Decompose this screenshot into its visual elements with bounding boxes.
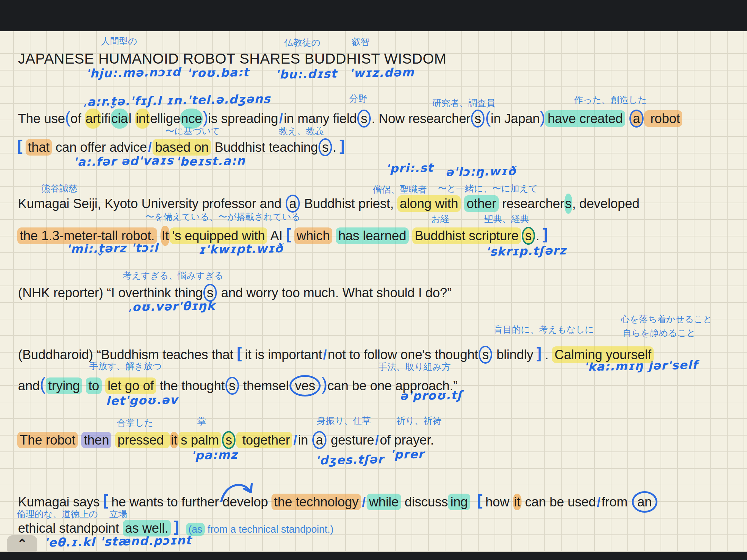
- text-segment: in Japan: [491, 111, 540, 126]
- japanese-gloss: 研究者、調査員: [432, 97, 495, 109]
- article-line-6: (Buddharoid) “Buddhism teaches that[it i…: [18, 344, 654, 363]
- article-line-8: The robot then pressed its palms togethe…: [17, 433, 434, 448]
- text-segment: ifi: [101, 111, 111, 126]
- text-segment: [78, 433, 81, 447]
- text-segment: discuss: [401, 495, 448, 509]
- text-segment: researcher: [499, 196, 564, 211]
- text-segment: [409, 228, 412, 243]
- inline-note: from a technical standpoint.): [205, 524, 333, 535]
- japanese-gloss: 教え、教義: [279, 125, 324, 137]
- slash-mark: /: [147, 140, 153, 155]
- text-segment: [332, 228, 336, 243]
- circle-annotation: a: [629, 110, 644, 128]
- article-line-4: the 1.3-meter-tall robot. It's equipped …: [17, 225, 551, 244]
- highlight-orange-segment: The robot: [17, 432, 78, 448]
- japanese-gloss: 掌: [197, 416, 206, 428]
- slash-mark: /: [374, 433, 380, 447]
- ipa-annotation: let'goʊ.əv: [106, 393, 178, 408]
- text-segment: (NHK reporter) “I overthink thing: [18, 286, 203, 300]
- japanese-gloss: 心を落ち着かせること: [621, 313, 712, 325]
- hand-paren-close: ): [540, 108, 545, 127]
- slash-mark: /: [596, 495, 601, 509]
- japanese-gloss: 作った、創造した: [574, 94, 647, 106]
- text-segment: [157, 228, 160, 243]
- circle-annotation: s: [203, 284, 217, 302]
- highlight-orange-segment: the 1.3-meter-tall robot.: [17, 227, 157, 244]
- japanese-gloss: 叡智: [352, 36, 370, 48]
- highlight-teal-segment: has learned: [336, 227, 408, 244]
- highlight-yellow-segment: along with: [397, 195, 461, 212]
- japanese-gloss: 盲目的に、考えもなしに: [494, 324, 594, 336]
- text-segment: .: [545, 347, 552, 362]
- highlight-yellow-segment: Calming yourself: [552, 346, 654, 363]
- inline-note-highlighted: (as: [186, 523, 205, 536]
- circle-annotation: s: [479, 346, 492, 364]
- highlight-orange-blob: it: [170, 432, 178, 448]
- japanese-gloss: 熊谷誠慈: [42, 183, 77, 195]
- text-segment: [82, 379, 86, 393]
- hand-paren-open: (: [40, 374, 46, 394]
- highlight-orange-segment: that: [26, 139, 52, 156]
- text-segment: ellige: [150, 111, 181, 126]
- highlight-teal-blob: nce: [180, 109, 203, 129]
- text-segment: [182, 521, 186, 535]
- highlight-teal-segment: trying: [46, 377, 82, 394]
- highlight-yellow-segment: pressed: [115, 432, 170, 448]
- hand-paren-open: (: [65, 108, 71, 127]
- highlight-yellow-segment: together: [236, 432, 292, 448]
- article-line-9: Kumagai says[he wants to further develop…: [18, 492, 658, 510]
- text-segment: can be one approach.”: [328, 379, 458, 393]
- circle-annotation-large: an: [632, 491, 657, 513]
- japanese-gloss: 合掌した: [117, 417, 153, 429]
- highlight-purple-segment: then: [81, 432, 111, 448]
- circle-annotation-large: ves: [289, 375, 321, 396]
- bracket-close-mark: ]: [540, 225, 551, 244]
- curved-arrow-annotation: [219, 479, 260, 504]
- japanese-gloss: 祈り、祈祷: [396, 415, 442, 427]
- ipa-annotation: 'skrɪp.tʃərz: [486, 243, 566, 259]
- bracket-open-mark: [: [233, 344, 245, 363]
- slash-mark: /: [278, 111, 284, 126]
- circle-annotation: a: [286, 195, 300, 213]
- text-segment: .: [536, 228, 539, 243]
- text-segment: Buddhist priest,: [301, 196, 397, 211]
- highlight-yellow-segment: 's equipped with: [170, 227, 267, 244]
- text-segment: not to follow one's thought: [328, 347, 478, 362]
- highlight-orange-blob: It: [160, 226, 170, 246]
- text-segment: can offer advice: [52, 140, 147, 155]
- japanese-gloss: 仏教徒の: [284, 37, 321, 49]
- circle-annotation: s: [357, 110, 371, 128]
- text-segment: , developed: [572, 196, 639, 211]
- japanese-gloss: 〜を備えている、〜が搭載されている: [145, 211, 301, 223]
- circle-annotation-green: s: [522, 227, 535, 245]
- highlight-yellow-segment: let go of: [105, 377, 156, 394]
- text-segment: how: [486, 495, 513, 509]
- text-segment: . Now researcher: [371, 111, 470, 126]
- text-segment: l: [129, 111, 135, 126]
- japanese-gloss: 聖典、経典: [484, 213, 529, 225]
- highlight-teal-segment: to: [86, 377, 101, 394]
- slash-mark: /: [322, 347, 328, 362]
- text-segment: (Buddharoid) “Buddhism teaches that: [18, 347, 233, 362]
- article-line-1: The use(of artificial intelligence)is sp…: [18, 108, 682, 127]
- text-segment: Kumagai says: [18, 495, 100, 509]
- slash-mark: /: [361, 495, 367, 509]
- hand-paren-close: ): [321, 374, 328, 394]
- text-segment: Buddhist teaching: [211, 140, 318, 155]
- hand-paren-open: (: [485, 108, 491, 127]
- circle-annotation-green: s: [222, 431, 236, 449]
- note-canvas[interactable]: [0, 0, 747, 560]
- ipa-annotation: 'roʊ.ba:t: [187, 65, 249, 80]
- highlight-teal-segment: while: [367, 494, 401, 510]
- text-segment: [461, 196, 464, 211]
- highlight-teal-segment: other: [464, 195, 499, 212]
- text-segment: ethical standpoint: [18, 521, 123, 535]
- text-segment: in: [298, 433, 312, 447]
- japanese-gloss: 自らを静めること: [622, 327, 696, 339]
- ipa-annotation: 'pri:.st: [386, 161, 434, 175]
- text-segment: Kumagai Seiji, Kyoto University professo…: [18, 196, 285, 211]
- text-segment: is spreading: [208, 111, 278, 126]
- article-title: JAPANESE HUMANOID ROBOT SHARES BUDDHIST …: [18, 50, 446, 67]
- highlight-yellow-segment: s palm: [178, 432, 222, 448]
- highlight-teal-blob: s: [564, 194, 572, 214]
